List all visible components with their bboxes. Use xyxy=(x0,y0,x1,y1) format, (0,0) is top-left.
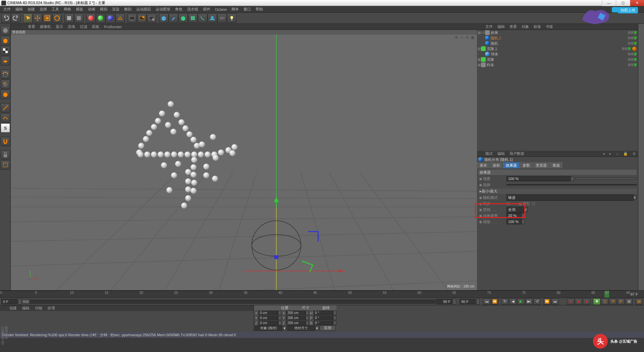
render-region[interactable] xyxy=(137,13,147,23)
redo-button[interactable] xyxy=(11,13,20,23)
vp-config-icon[interactable]: ⊞ xyxy=(22,25,27,30)
range-end-left[interactable]: 90 F xyxy=(436,299,452,304)
vp-menu-item[interactable]: 查看 xyxy=(25,24,38,30)
cloud-icon[interactable] xyxy=(612,7,619,12)
menu-动画[interactable]: 动画 xyxy=(86,6,98,12)
selection-field[interactable]: ◉选择 xyxy=(478,182,637,188)
range-slider[interactable] xyxy=(22,300,435,304)
am-tab[interactable]: 效果器 xyxy=(503,162,520,168)
object-row[interactable]: ⊞L0效果✓ xyxy=(477,30,638,35)
camera-tool[interactable] xyxy=(217,13,227,23)
range-end[interactable]: 90 F xyxy=(460,299,476,304)
random-mode-field[interactable]: ◉随机模式噪波▾ xyxy=(478,194,637,201)
select-tool[interactable] xyxy=(23,13,33,23)
recent-tool[interactable] xyxy=(64,13,74,23)
vp-menu-item[interactable]: 显示 xyxy=(53,24,65,30)
timeline-window[interactable]: ▤ xyxy=(635,298,643,305)
axis-tool[interactable] xyxy=(1,103,10,113)
autokey-button[interactable]: ◉ xyxy=(575,298,582,305)
minimize-button[interactable]: — xyxy=(602,0,616,6)
am-tab[interactable]: 衰减 xyxy=(550,162,562,168)
ghost-tool[interactable] xyxy=(1,160,10,170)
z-axis-toggle[interactable] xyxy=(106,13,115,23)
magnet-tool[interactable] xyxy=(1,137,10,146)
lock-tool[interactable] xyxy=(1,150,10,160)
render-settings[interactable] xyxy=(147,13,156,23)
attribute-tabs[interactable]: 基本坐标效果器参数变形器衰减 xyxy=(477,162,638,168)
polygon-mode[interactable] xyxy=(1,90,10,99)
anim-speed-field[interactable]: ◉动画速率20 % xyxy=(478,213,637,219)
next-frame[interactable]: ▶| xyxy=(525,298,533,305)
am-tab[interactable]: 坐标 xyxy=(490,162,503,168)
object-row[interactable]: 随机✓ xyxy=(477,41,638,46)
goto-nextkey[interactable]: ⏩ xyxy=(543,298,551,305)
pen-tool[interactable] xyxy=(169,13,178,23)
menu-编辑[interactable]: 编辑 xyxy=(13,6,25,12)
menu-流水线[interactable]: 流水线 xyxy=(185,6,201,12)
make-editable[interactable] xyxy=(1,26,10,35)
nurbs-tool[interactable] xyxy=(178,13,188,23)
undo-button[interactable] xyxy=(1,13,11,23)
y-axis-toggle[interactable] xyxy=(96,13,105,23)
menu-雕刻[interactable]: 雕刻 xyxy=(122,6,134,12)
tweak-tool[interactable] xyxy=(1,113,10,123)
environment[interactable] xyxy=(208,13,217,23)
scale-tool[interactable] xyxy=(43,13,52,23)
render-view[interactable] xyxy=(127,13,137,23)
menu-文件[interactable]: 文件 xyxy=(1,6,13,12)
apply-button[interactable]: 应用 xyxy=(320,325,336,331)
menu-角色[interactable]: 角色 xyxy=(173,6,185,12)
menu-运动跟踪[interactable]: 运动跟踪 xyxy=(134,6,153,12)
loop-button[interactable]: ↺ xyxy=(533,298,541,305)
menu-插件[interactable]: 插件 xyxy=(201,6,213,12)
point-mode[interactable] xyxy=(1,70,10,79)
minmax-header[interactable]: ▸ 最小/最大 xyxy=(478,188,637,194)
rotate-tool[interactable] xyxy=(52,13,62,23)
menu-帮助[interactable]: 帮助 xyxy=(253,6,265,12)
coordinate-manager[interactable]: 位置尺寸旋转 X0 cmX200 cmH0 ° Y0 cmY200 cmP0 °… xyxy=(254,305,336,332)
maximize-button[interactable]: ◻ xyxy=(616,0,630,6)
goto-start[interactable]: ⏮ xyxy=(483,298,490,305)
play-button[interactable]: ▶ xyxy=(517,298,525,305)
object-manager-tree[interactable]: ⊞L0效果✓随机.1✓随机✓⊟克隆.1✓球体✓⊞克隆✓⊞样条✓ xyxy=(477,30,638,151)
object-row[interactable]: 随机.1✓ xyxy=(477,35,638,41)
array-tool[interactable] xyxy=(188,13,198,23)
menu-Octane[interactable]: Octane xyxy=(213,7,229,12)
strength-field[interactable]: ◉强度100 % xyxy=(478,176,637,182)
edge-mode[interactable] xyxy=(1,80,10,89)
play-backward[interactable]: ↻ xyxy=(501,298,508,305)
goto-prevkey[interactable]: ⏪ xyxy=(491,298,498,305)
scale-key[interactable]: ◻ xyxy=(601,298,608,305)
pla-key[interactable]: ⊞ xyxy=(625,298,633,305)
menu-捕捉[interactable]: 捕捉 xyxy=(73,6,86,12)
workplane[interactable] xyxy=(1,56,10,65)
vp-menu-item[interactable]: ProRender xyxy=(102,24,124,30)
deformer-tool[interactable] xyxy=(198,13,207,23)
record-button[interactable]: ● xyxy=(567,298,574,305)
rot-key[interactable]: ⟲ xyxy=(609,298,616,305)
am-tab[interactable]: 参数 xyxy=(520,162,533,168)
cube-primitive[interactable] xyxy=(159,13,168,23)
menu-脚本[interactable]: 脚本 xyxy=(229,6,241,12)
menu-选择[interactable]: 选择 xyxy=(37,6,49,12)
space-field[interactable]: ◉空间 . . .全局▾ xyxy=(478,207,637,213)
menu-运动图形[interactable]: 运动图形 xyxy=(153,6,173,12)
vp-menu-item[interactable]: 选项 xyxy=(65,24,77,30)
x-axis-toggle[interactable] xyxy=(86,13,96,23)
viewport-nav-icons[interactable]: ✥⤡⟲▦ xyxy=(455,35,476,40)
object-row[interactable]: ⊞样条✓ xyxy=(477,62,638,68)
vp-menu-item[interactable]: 面板 xyxy=(90,24,102,30)
material-manager[interactable]: 创建编辑功能纹理 xyxy=(0,305,254,332)
object-row[interactable]: ⊟克隆.1✓ xyxy=(477,46,638,51)
menu-渲染[interactable]: 渲染 xyxy=(110,6,122,12)
menu-网格[interactable]: 网格 xyxy=(61,6,73,12)
light-tool[interactable] xyxy=(227,13,236,23)
timeline-ruler[interactable]: 05101520253035404550556065707580858790 8… xyxy=(0,290,644,298)
texture-mode[interactable] xyxy=(1,46,10,55)
param-key[interactable]: P xyxy=(617,298,625,305)
layout-strip[interactable] xyxy=(638,24,644,290)
sync-index-row[interactable]: ◉同步☐◉索引☐ xyxy=(478,201,637,207)
object-row[interactable]: 球体✓ xyxy=(477,51,638,57)
snap-tool[interactable]: S xyxy=(1,123,10,133)
menu-模拟[interactable]: 模拟 xyxy=(98,6,110,12)
